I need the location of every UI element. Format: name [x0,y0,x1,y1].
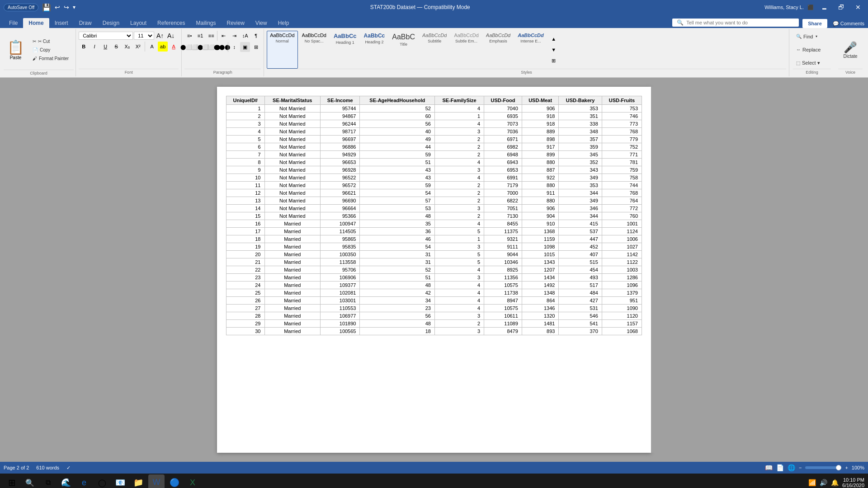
comments-button[interactable]: 💬 Comments [833,21,864,27]
search-input[interactable] [686,20,786,25]
paste-button[interactable]: 📋 Paste [4,38,28,62]
style-no-space[interactable]: AaBbCcDd No Spac... [299,31,330,69]
excel-button[interactable]: X [184,474,201,488]
justify-button[interactable]: ⬤⬤⬤ [217,42,227,52]
table-row: 27Married1105532341057513465311090 [226,305,642,312]
style-intense-em[interactable]: AaBbCcDd Intense E... [514,31,547,69]
search-taskbar-button[interactable]: 🔍 [22,474,38,488]
volume-icon[interactable]: 🔊 [820,479,827,486]
table-cell: 3 [435,328,484,335]
style-title[interactable]: AaBbC Title [389,31,418,69]
file-explorer-button[interactable]: 📁 [130,474,146,488]
edge-button[interactable]: 🌊 [58,474,74,488]
style-scroll-down[interactable]: ▼ [549,45,559,55]
network-icon[interactable]: 📶 [808,479,816,486]
subscript-button[interactable]: X₂ [122,42,132,52]
word-taskbar-button[interactable]: W [148,474,165,488]
dictate-button[interactable]: 🎤 Dictate [840,40,860,60]
undo-icon[interactable]: ↩ [55,4,60,11]
zoom-out-button[interactable]: − [799,465,802,470]
web-layout-icon[interactable]: 🌐 [788,464,795,471]
decrease-indent-button[interactable]: ⇤ [218,31,228,41]
find-button[interactable]: 🔍 Find ▾ [793,33,831,41]
table-cell: 1 [226,105,265,113]
font-color-button[interactable]: A [169,42,179,52]
format-painter-button[interactable]: 🖌 Format Painter [29,55,72,62]
notification-icon[interactable]: 🔔 [831,479,839,486]
highlight-button[interactable]: ab [158,42,168,52]
superscript-button[interactable]: X² [133,42,143,52]
tab-mailings[interactable]: Mailings [190,18,221,28]
multilevel-button[interactable]: ≡≡ [206,31,216,41]
paste-icon: 📋 [7,39,24,55]
outlook-button[interactable]: 📧 [112,474,128,488]
sort-button[interactable]: ↕A [240,31,250,41]
table-cell: 6822 [484,197,522,205]
tab-file[interactable]: File [4,18,23,28]
close-button[interactable]: ✕ [852,3,864,12]
zoom-slider[interactable] [805,466,841,469]
spelling-check-icon[interactable]: ✓ [66,465,71,471]
zoom-in-button[interactable]: + [845,465,848,470]
table-cell: 1 [435,113,484,120]
style-subtle-em[interactable]: AaBbCcDd Subtle Em... [451,31,481,69]
underline-button[interactable]: U [100,42,110,52]
select-button[interactable]: ⬚ Select ▾ [793,59,831,67]
bullets-button[interactable]: ≡• [184,31,194,41]
style-heading2[interactable]: AaBbCc Heading 2 [361,31,388,69]
document-page[interactable]: UniqueID# SE-MaritalStatus SE-Income SE-… [217,87,651,453]
table-cell: 25 [226,289,265,297]
borders-button[interactable]: ⊞ [251,42,261,52]
copy-button[interactable]: 📄 Copy [29,46,72,54]
print-layout-icon[interactable]: 📄 [776,464,784,471]
shrink-font-button[interactable]: A↓ [166,31,176,41]
style-heading1[interactable]: AaBbCc Heading 1 [330,31,360,69]
table-row: 5Not Married966974926971898357779 [226,136,642,143]
autosave-button[interactable]: AutoSave Off [4,4,38,11]
tab-layout[interactable]: Layout [125,18,152,28]
bold-button[interactable]: B [79,42,89,52]
style-scroll-up[interactable]: ▲ [549,34,559,44]
read-mode-icon[interactable]: 📖 [765,464,773,471]
save-icon[interactable]: 💾 [42,3,51,12]
tab-draw[interactable]: Draw [74,18,97,28]
cut-button[interactable]: ✂ ✂ Cut [29,38,72,45]
redo-icon[interactable]: ↪ [64,4,69,11]
font-size-select[interactable]: 11 [134,32,154,40]
tab-home[interactable]: Home [23,18,49,28]
tab-help[interactable]: Help [273,18,295,28]
style-emphasis[interactable]: AaBbCcDd Emphasis [483,31,514,69]
task-view-button[interactable]: ⧉ [40,474,56,488]
tab-review[interactable]: Review [222,18,250,28]
ribbon-display-icon[interactable]: ⬛ [807,5,814,10]
shading-button[interactable]: ▣ [240,42,250,52]
style-subtitle[interactable]: AaBbCcDd Subtitle [419,31,450,69]
start-button[interactable]: ⊞ [4,474,20,488]
grow-font-button[interactable]: A↑ [155,31,165,41]
table-cell: 51 [360,159,435,166]
text-effect-button[interactable]: A [147,42,157,52]
restore-button[interactable]: 🗗 [835,3,848,12]
increase-indent-button[interactable]: ⇥ [229,31,239,41]
tab-view[interactable]: View [250,18,273,28]
tab-insert[interactable]: Insert [49,18,74,28]
line-spacing-button[interactable]: ↕ [229,42,239,52]
italic-button[interactable]: I [90,42,99,52]
replace-button[interactable]: ↔ Replace [793,46,831,54]
show-marks-button[interactable]: ¶ [251,31,261,41]
font-name-select[interactable]: Calibri [79,32,133,40]
cortana-button[interactable]: ◯ [94,474,110,488]
table-cell: 4 [435,289,484,297]
zoom-thumb[interactable] [836,465,841,470]
chrome-button[interactable]: 🔵 [166,474,183,488]
tab-references[interactable]: References [152,18,190,28]
numbering-button[interactable]: ≡1 [195,31,205,41]
customize-icon[interactable]: ▾ [73,4,75,10]
tab-design[interactable]: Design [97,18,125,28]
style-more[interactable]: ⊞ [549,56,559,66]
ie-button[interactable]: e [76,474,92,488]
minimize-button[interactable]: 🗕 [817,3,831,12]
share-button[interactable]: Share [802,19,827,28]
style-normal[interactable]: AaBbCcDd Normal [267,31,297,69]
strikethrough-button[interactable]: S [111,42,121,52]
